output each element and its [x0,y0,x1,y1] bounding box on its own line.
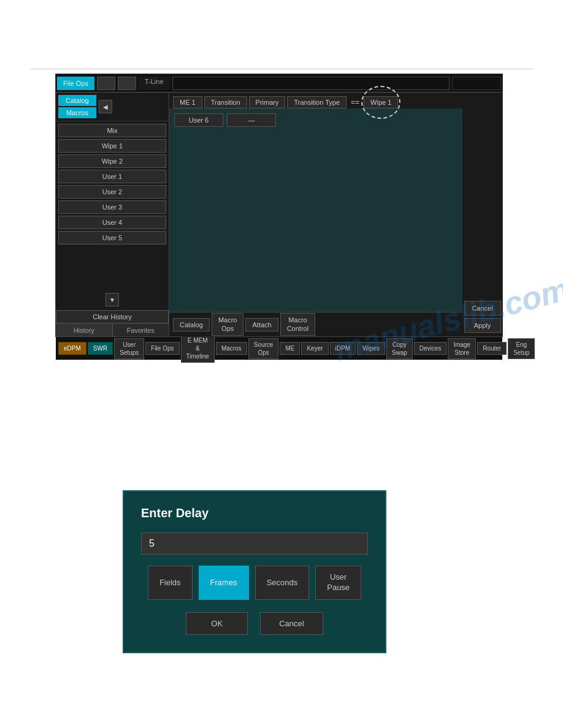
footer-btn-image-store[interactable]: Image Store [448,338,476,359]
tab-transition[interactable]: Transition [204,96,247,108]
macro-item-user2[interactable]: User 2 [58,185,166,199]
macros-button[interactable]: Macros [58,107,96,118]
tab-wipe1[interactable]: Wipe 1 [364,96,398,108]
favorites-button[interactable]: Favorites [113,324,169,336]
delay-input[interactable] [141,533,368,555]
header-dark-btn-1[interactable] [97,77,115,90]
footer-btn-swr[interactable]: SWR [88,342,113,355]
footer-btn-emem[interactable]: E MEM & Timeline [181,334,215,363]
dialog-ok-button[interactable]: OK [186,612,248,635]
macro-item-wipe2[interactable]: Wipe 2 [58,154,166,168]
macro-list: Mix Wipe 1 Wipe 2 User 1 User 2 User 3 U… [56,121,169,289]
left-sidebar: Catalog Macros ◀ Mix Wipe 1 Wipe 2 User … [56,93,169,336]
dialog-cancel-button[interactable]: Cancel [260,612,323,635]
dialog-unit-buttons: Fields Frames Seconds User Pause [141,566,368,600]
macro-item-user4[interactable]: User 4 [58,216,166,229]
tab-row: ME 1 Transition Primary Transition Type … [169,93,462,108]
tab-transition-type[interactable]: Transition Type [287,96,347,108]
clear-history-button[interactable]: Clear History [56,310,169,324]
dialog-action-buttons: OK Cancel [141,612,368,635]
unit-frames-button[interactable]: Frames [199,566,249,600]
footer-btn-eng-setup[interactable]: Eng Setup [508,338,535,359]
footer-btn-file-ops[interactable]: File Ops [145,342,179,355]
wipe-preview-area [174,131,458,253]
cancel-button[interactable]: Cancel [464,301,501,316]
footer-btn-edpm[interactable]: eDPM [58,342,86,355]
wipe-option-user6[interactable]: User 6 [174,113,223,127]
unit-fields-button[interactable]: Fields [148,566,193,600]
top-ui-panel: File Ops T-Line Catalog Macros ◀ Mix Wip… [55,74,503,337]
bottom-tab-catalog[interactable]: Catalog [173,318,210,332]
macro-item-user5[interactable]: User 5 [58,231,166,245]
footer-btn-macros[interactable]: Macros [216,342,247,355]
header-right-area [452,77,501,90]
macro-item-user1[interactable]: User 1 [58,170,166,183]
bottom-tab-macro-ops[interactable]: Macro Ops [212,313,244,335]
footer-btn-idpm[interactable]: iDPM [330,342,356,355]
footer-btn-me[interactable]: ME [280,342,300,355]
footer-bar: eDPM SWR User Setups File Ops E MEM & Ti… [56,336,502,360]
wipe-content-area: User 6 — [169,108,462,312]
bottom-tab-attach[interactable]: Attach [245,318,278,332]
macro-item-wipe1[interactable]: Wipe 1 [58,139,166,153]
catalog-button[interactable]: Catalog [58,95,96,106]
bottom-tab-bar: Catalog Macro Ops Attach Macro Control [169,312,462,336]
enter-delay-dialog: Enter Delay Fields Frames Seconds User P… [123,490,386,653]
tab-primary[interactable]: Primary [249,96,286,108]
header-bar: File Ops T-Line [56,74,502,93]
dialog-title: Enter Delay [141,506,368,520]
t-line-label: T-Line [139,77,170,90]
footer-btn-user-setups[interactable]: User Setups [114,338,144,359]
footer-btn-router[interactable]: Router [477,342,507,355]
divider-line [31,69,534,69]
footer-btn-wipes[interactable]: Wipes [357,342,385,355]
footer-btn-devices[interactable]: Devices [414,342,447,355]
scroll-down-button[interactable]: ▼ [105,293,119,306]
right-buttons-panel: Cancel Apply [462,93,502,336]
macro-item-mix[interactable]: Mix [58,124,166,137]
header-input [172,77,450,90]
wipe-option-arrow[interactable]: — [227,113,276,127]
center-panel: ME 1 Transition Primary Transition Type … [169,93,462,336]
sidebar-top: Catalog Macros ◀ [56,93,169,121]
history-favorites-bar: History Favorites [56,324,169,336]
unit-user-pause-button[interactable]: User Pause [315,566,361,600]
bottom-tab-macro-control[interactable]: Macro Control [280,313,315,335]
apply-button[interactable]: Apply [464,318,501,333]
equals-icon: == [348,98,362,107]
footer-btn-copy-swap[interactable]: Copy Swap [386,338,413,359]
macro-item-user3[interactable]: User 3 [58,200,166,214]
footer-btn-source-ops[interactable]: Source Ops [248,338,279,359]
file-ops-button[interactable]: File Ops [57,77,94,90]
header-dark-btn-2[interactable] [118,77,136,90]
history-button[interactable]: History [56,324,113,336]
tab-me1[interactable]: ME 1 [173,96,202,108]
unit-seconds-button[interactable]: Seconds [255,566,310,600]
sidebar-collapse-button[interactable]: ◀ [99,100,112,113]
wipe-buttons-row: User 6 — [174,113,458,127]
footer-btn-keyer[interactable]: Keyer [301,342,328,355]
